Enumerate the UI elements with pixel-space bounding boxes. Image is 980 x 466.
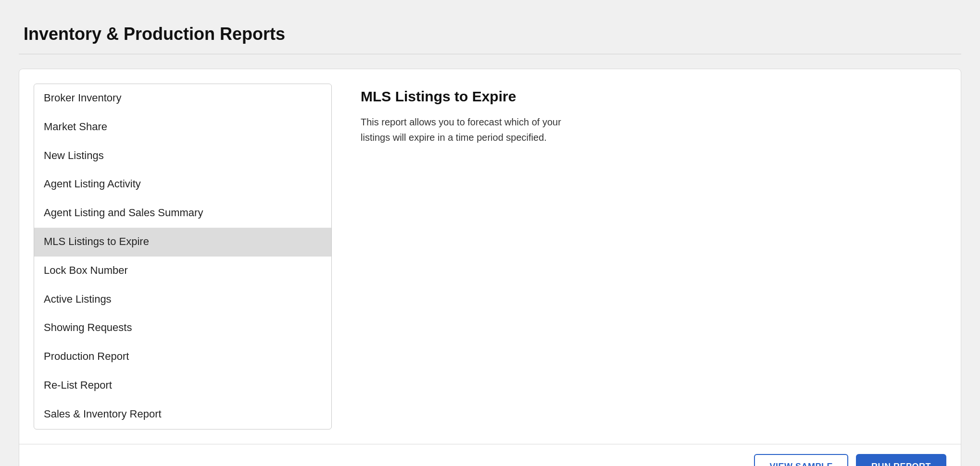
list-item-active-listings[interactable]: Active Listings (34, 285, 331, 314)
card-body: Broker InventoryMarket ShareNew Listings… (19, 69, 961, 444)
page-divider (19, 54, 961, 54)
list-item-agent-listing-sales-summary[interactable]: Agent Listing and Sales Summary (34, 199, 331, 228)
list-item-mls-listings-to-expire[interactable]: MLS Listings to Expire (34, 228, 331, 257)
list-item-agent-listing-activity[interactable]: Agent Listing Activity (34, 170, 331, 199)
list-item-showing-requests[interactable]: Showing Requests (34, 314, 331, 343)
list-item-broker-inventory[interactable]: Broker Inventory (34, 84, 331, 113)
detail-description: This report allows you to forecast which… (361, 114, 591, 145)
list-item-lock-box-number[interactable]: Lock Box Number (34, 257, 331, 285)
main-card: Broker InventoryMarket ShareNew Listings… (19, 69, 961, 466)
report-list-panel: Broker InventoryMarket ShareNew Listings… (34, 84, 332, 429)
list-item-market-share[interactable]: Market Share (34, 113, 331, 142)
list-item-new-listings[interactable]: New Listings (34, 142, 331, 171)
list-item-sales-inventory-report[interactable]: Sales & Inventory Report (34, 400, 331, 429)
list-item-production-report[interactable]: Production Report (34, 343, 331, 371)
detail-panel: MLS Listings to Expire This report allow… (351, 84, 946, 429)
page-wrapper: Inventory & Production Reports Broker In… (14, 10, 966, 466)
page-title: Inventory & Production Reports (14, 10, 966, 54)
view-sample-button[interactable]: VIEW SAMPLE (754, 454, 848, 466)
card-footer: VIEW SAMPLE RUN REPORT (19, 444, 961, 466)
list-item-re-list-report[interactable]: Re-List Report (34, 371, 331, 400)
run-report-button[interactable]: RUN REPORT (856, 454, 946, 466)
detail-title: MLS Listings to Expire (361, 88, 937, 105)
